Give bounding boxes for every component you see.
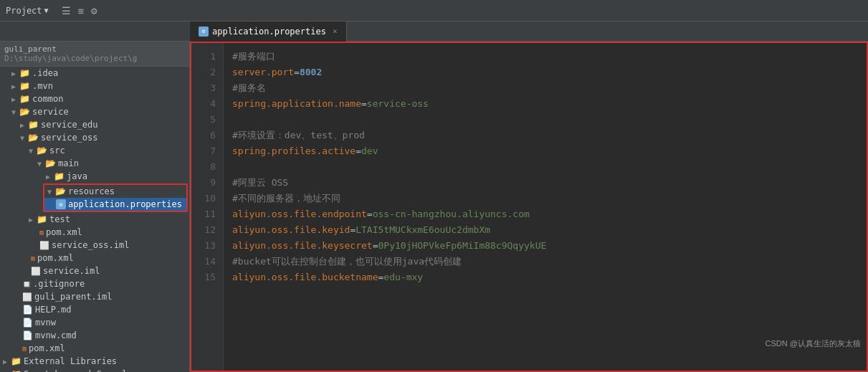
comment-text: #环境设置：dev、test、prod <box>232 130 365 140</box>
line-number: 2 <box>196 65 216 80</box>
sidebar-item-pom-oss[interactable]: m pom.xml <box>0 226 189 239</box>
sidebar-item-label: main <box>58 158 79 168</box>
code-line-1: #服务端口 <box>232 49 858 65</box>
sidebar-item-pom-service[interactable]: m pom.xml <box>0 252 189 264</box>
chevron-down-icon: ▼ <box>37 160 42 168</box>
file-icon: 📄 <box>22 330 33 340</box>
structure-icon[interactable]: ≡ <box>78 5 84 16</box>
maven-file-icon: m <box>39 229 44 237</box>
property-value: edu-mxy <box>383 272 423 282</box>
comment-text: #服务端口 <box>232 51 275 62</box>
chevron-down-icon: ▼ <box>11 108 16 116</box>
sidebar-item-idea[interactable]: ▶ 📁 .idea <box>0 67 189 80</box>
sidebar-item-common[interactable]: ▶ 📁 common <box>0 92 189 105</box>
code-line-9: #阿里云 OSS <box>232 175 858 191</box>
line-number: 5 <box>196 112 216 128</box>
code-line-5 <box>232 112 858 128</box>
property-key: server.port <box>232 67 294 77</box>
property-key: spring.application.name <box>232 98 361 109</box>
sidebar-item-label: .gitignore <box>33 279 85 289</box>
sidebar-item-service-edu[interactable]: ▶ 📁 service_edu <box>0 118 189 131</box>
tab-filename: application.properties <box>212 27 326 37</box>
tab-close-button[interactable]: × <box>333 27 338 36</box>
property-value: service-oss <box>367 98 429 109</box>
sidebar-item-mvnw-cmd[interactable]: 📄 mvnw.cmd <box>0 329 189 342</box>
folder-icon: 📁 <box>54 171 65 181</box>
maven-file-icon: m <box>31 254 35 262</box>
sidebar-item-service-oss-iml[interactable]: ⬜ service_oss.iml <box>0 239 189 252</box>
project-label: Project <box>6 6 42 16</box>
tab-file-icon: ⚙ <box>199 27 209 37</box>
maven-file-icon: m <box>22 345 27 353</box>
property-value: oss-cn-hangzhou.aliyuncs.com <box>373 209 530 219</box>
sidebar-item-label: pom.xml <box>46 227 82 237</box>
property-key: aliyun.oss.file.keysecret <box>232 240 373 251</box>
sidebar-item-label: mvnw.cmd <box>35 330 77 340</box>
chevron-down-icon: ▼ <box>29 147 33 155</box>
code-line-11: aliyun.oss.file.endpoint=oss-cn-hangzhou… <box>232 206 858 222</box>
sidebar-item-pom-root[interactable]: m pom.xml <box>0 342 189 355</box>
folder-open-icon: 📂 <box>45 158 56 168</box>
iml-file-icon: ⬜ <box>39 241 49 250</box>
line-number: 15 <box>196 270 216 285</box>
sidebar-item-label: .mvn <box>32 81 53 91</box>
line-number: 10 <box>196 191 216 206</box>
sidebar-item-mvnw[interactable]: 📄 mvnw <box>0 316 189 329</box>
line-number: 14 <box>196 254 216 270</box>
main-content: guli_parent D:\study\java\code\project\g… <box>0 42 868 372</box>
sidebar-item-java[interactable]: ▶ 📁 java <box>0 170 189 183</box>
settings-icon[interactable]: ⚙ <box>91 5 97 16</box>
sidebar-item-label: External Libraries <box>24 356 117 366</box>
file-icon: 📄 <box>22 318 33 328</box>
code-line-7: spring.profiles.active=dev <box>232 143 858 159</box>
chevron-right-icon: ▶ <box>46 173 50 181</box>
property-value: 8002 <box>300 67 322 77</box>
folder-icon: 📁 <box>11 369 22 372</box>
sync-icon[interactable]: ☰ <box>62 5 71 16</box>
editor-panel: 1 2 3 4 5 6 7 8 9 10 11 12 13 14 15 #服务端… <box>190 42 868 372</box>
comment-text: #阿里云 OSS <box>232 177 288 188</box>
sidebar-item-service-iml[interactable]: ⬜ service.iml <box>0 264 189 277</box>
sidebar-item-label: pom.xml <box>37 253 74 263</box>
iml-file-icon: ⬜ <box>22 292 32 302</box>
sidebar-item-application-properties[interactable]: ⚙ application.properties <box>44 198 186 211</box>
sidebar-item-label: service_oss <box>41 133 97 143</box>
comment-text: #服务名 <box>232 82 266 93</box>
line-number: 4 <box>196 96 216 112</box>
sidebar-item-guli-parent-iml[interactable]: ⬜ guli_parent.iml <box>0 290 189 303</box>
project-root-label: guli_parent D:\study\java\code\project\g <box>4 44 185 63</box>
sidebar-item-scratches[interactable]: ▶ 📁 Scratches and Consoles <box>0 368 189 372</box>
sidebar-item-label: HELP.md <box>35 305 72 315</box>
sidebar-item-gitignore[interactable]: 🔲 .gitignore <box>0 277 189 290</box>
sidebar-item-service[interactable]: ▼ 📂 service <box>0 105 189 118</box>
tab-bar: ⚙ application.properties × <box>0 22 868 42</box>
sidebar-item-resources[interactable]: ▼ 📂 resources <box>44 185 186 198</box>
sidebar-item-label: Scratches and Consoles <box>24 369 138 372</box>
property-key: aliyun.oss.file.keyid <box>232 224 350 235</box>
sidebar-item-service-oss[interactable]: ▼ 📂 service_oss <box>0 131 189 144</box>
equals-sign: = <box>294 67 300 77</box>
folder-icon: 📁 <box>19 81 30 91</box>
project-dropdown[interactable]: Project ▼ <box>6 6 49 16</box>
sidebar-item-test[interactable]: ▶ 📁 test <box>0 213 189 226</box>
sidebar-item-label: service_oss.iml <box>52 240 129 250</box>
code-editor[interactable]: #服务端口 server.port=8002 #服务名 spring.appli… <box>224 43 867 371</box>
code-line-4: spring.application.name=service-oss <box>232 96 858 112</box>
top-bar: Project ▼ ☰ ≡ ⚙ <box>0 0 868 22</box>
comment-text: #bucket可以在控制台创建，也可以使用java代码创建 <box>232 256 462 267</box>
sidebar-item-src[interactable]: ▼ 📂 src <box>0 144 189 157</box>
sidebar-item-label: test <box>49 214 70 224</box>
property-value: LTAI5tMUCkxmE6ouUc2dmbXm <box>356 224 490 235</box>
line-number: 3 <box>196 80 216 96</box>
code-line-2: server.port=8002 <box>232 65 858 80</box>
folder-icon: 📁 <box>11 356 22 366</box>
line-number: 8 <box>196 159 216 175</box>
folder-icon: 📁 <box>19 94 30 104</box>
sidebar-item-help-md[interactable]: 📄 HELP.md <box>0 303 189 316</box>
comment-text: #不同的服务器，地址不同 <box>232 193 340 204</box>
property-key: spring.profiles.active <box>232 146 356 156</box>
sidebar-item-main[interactable]: ▼ 📂 main <box>0 157 189 170</box>
sidebar-item-external-libraries[interactable]: ▶ 📁 External Libraries <box>0 355 189 368</box>
tab-application-properties[interactable]: ⚙ application.properties × <box>190 22 347 42</box>
sidebar-item-mvn[interactable]: ▶ 📁 .mvn <box>0 80 189 92</box>
